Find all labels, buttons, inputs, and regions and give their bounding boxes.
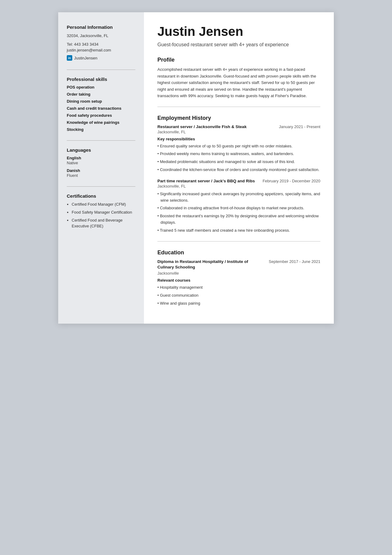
languages-section: Languages EnglishNativeDanishFluent	[67, 147, 135, 178]
skill-item: Cash and credit transactions	[67, 106, 135, 111]
bullet-item: Significantly increased guest check aver…	[157, 191, 320, 204]
main-content: Justin Jensen Guest-focused restaurant s…	[144, 12, 334, 324]
job-title: Restaurant server / Jacksonville Fish & …	[157, 124, 247, 129]
employment-heading: Employment History	[157, 115, 320, 121]
linkedin-row: in JustinJensen	[67, 55, 135, 61]
skill-item: Food safety procedures	[67, 113, 135, 118]
job-location: Jacksonville, FL	[157, 184, 320, 188]
address: 32034, Jacksonville, FL	[67, 33, 135, 39]
course-item: Wine and glass pairing	[157, 300, 320, 307]
skill-item: Stocking	[67, 127, 135, 132]
divider-3	[67, 186, 135, 187]
cert-item: Food Safety Manager Certification	[72, 210, 135, 215]
education-entry: Diploma in Restaurant Hospitality / Inst…	[157, 259, 320, 307]
divider-education	[157, 241, 320, 241]
edu-title: Diploma in Restaurant Hospitality / Inst…	[157, 259, 255, 271]
courses-title: Relevant courses	[157, 278, 320, 283]
candidate-name: Justin Jensen	[157, 25, 320, 39]
course-item: Guest communication	[157, 292, 320, 299]
bullet-item: Mediated problematic situations and mana…	[157, 159, 320, 165]
bullet-item: Provided weekly menu items training to w…	[157, 151, 320, 157]
tel-number: 443 343 3434	[74, 42, 99, 47]
job-location: Jacksonville, FL	[157, 130, 320, 134]
personal-info-title: Personal Information	[67, 25, 135, 30]
skills-list: POS operationOrder takingDining room set…	[67, 85, 135, 132]
tel-label: Tel:	[67, 42, 73, 47]
job-entry: Part time restaurant server / Jack's BBQ…	[157, 179, 320, 234]
profile-heading: Profile	[157, 57, 320, 63]
cert-item: Certified Food Manager (CFM)	[72, 202, 135, 207]
bullet-item: Ensured quality service of up to 50 gues…	[157, 143, 320, 150]
email: justin.jensen@email.com	[67, 47, 135, 53]
divider-2	[67, 140, 135, 141]
jobs-list: Restaurant server / Jacksonville Fish & …	[157, 124, 320, 234]
language-name: English	[67, 156, 135, 160]
linkedin-handle: JustinJensen	[74, 55, 97, 61]
linkedin-icon: in	[67, 55, 72, 61]
languages-title: Languages	[67, 147, 135, 153]
divider-1	[67, 70, 135, 70]
education-heading: Education	[157, 249, 320, 256]
skills-title: Professional skills	[67, 77, 135, 82]
skill-item: Knowledge of wine pairings	[67, 120, 135, 125]
bullet-item: Trained 5 new staff members and created …	[157, 227, 320, 234]
profile-text: Accomplished restaurant server with 4+ y…	[157, 66, 320, 99]
job-title: Part time restaurant server / Jack's BBQ…	[157, 179, 255, 183]
language-level: Native	[67, 161, 135, 165]
language-level: Fluent	[67, 173, 135, 178]
skills-section: Professional skills POS operationOrder t…	[67, 77, 135, 132]
bullet-item: Coordinated the kitchen-service flow of …	[157, 167, 320, 173]
skill-item: Dining room setup	[67, 99, 135, 104]
edu-dates: September 2017 - June 2021	[269, 259, 320, 264]
education-list: Diploma in Restaurant Hospitality / Inst…	[157, 259, 320, 307]
course-item: Hospitality management	[157, 284, 320, 291]
edu-location: Jacksonville	[157, 271, 320, 276]
responsibilities-title: Key responsibilities	[157, 137, 320, 141]
skill-item: POS operation	[67, 85, 135, 89]
certifications-section: Certifications Certified Food Manager (C…	[67, 193, 135, 229]
bullet-item: Boosted the restaurant's earnings by 20%…	[157, 213, 320, 226]
resume-container: Personal Information 32034, Jacksonville…	[58, 12, 334, 324]
job-dates: February 2019 - December 2020	[262, 179, 320, 183]
personal-info-section: Personal Information 32034, Jacksonville…	[67, 25, 135, 61]
cert-list: Certified Food Manager (CFM)Food Safety …	[67, 202, 135, 229]
language-name: Danish	[67, 168, 135, 173]
certifications-title: Certifications	[67, 193, 135, 199]
skill-item: Order taking	[67, 92, 135, 97]
tel: Tel: 443 343 3434	[67, 41, 135, 48]
job-dates: January 2021 - Present	[279, 124, 320, 129]
divider-employment	[157, 107, 320, 107]
cert-item: Certified Food and Beverage Executive (C…	[72, 218, 135, 229]
bullet-item: Collaborated in creating attractive fron…	[157, 205, 320, 211]
job-entry: Restaurant server / Jacksonville Fish & …	[157, 124, 320, 173]
languages-list: EnglishNativeDanishFluent	[67, 156, 135, 178]
sidebar: Personal Information 32034, Jacksonville…	[58, 12, 144, 324]
tagline: Guest-focused restaurant server with 4+ …	[157, 41, 320, 48]
